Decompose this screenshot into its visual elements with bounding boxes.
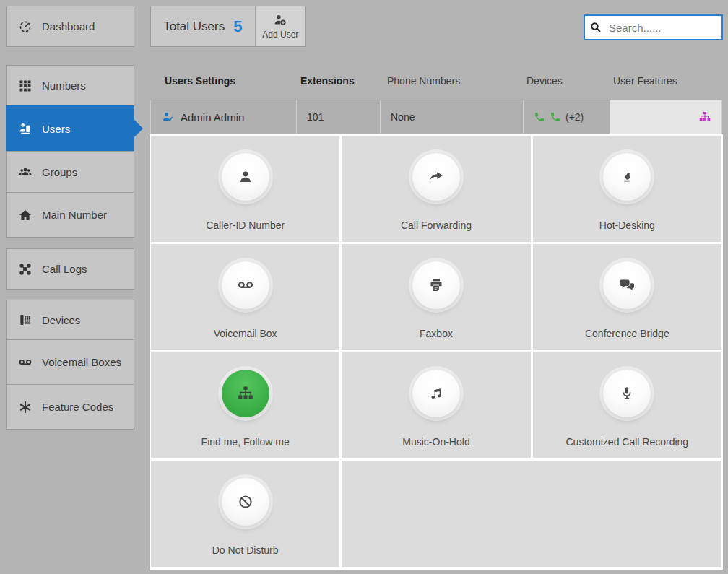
fax-icon (428, 277, 445, 294)
ban-icon (237, 493, 254, 510)
sidebar-item-numbers[interactable]: Numbers (6, 65, 134, 106)
sidebar-item-label: Call Logs (42, 263, 87, 275)
sidebar-item-label: Groups (42, 166, 77, 178)
devices-cell[interactable]: (+2) (523, 100, 610, 134)
forward-icon (428, 168, 445, 186)
feature-tile-conference-bridge[interactable]: Conference Bridge (533, 244, 722, 350)
sidebar-item-label: Main Number (42, 209, 107, 221)
feature-label: Voicemail Box (214, 328, 277, 339)
feature-label: Hot-Desking (599, 219, 655, 231)
voicemail-icon (18, 355, 32, 370)
sidebar-item-devices[interactable]: Devices (6, 300, 134, 340)
feature-tile-hot-desking[interactable]: Hot-Desking (533, 136, 722, 242)
search-box[interactable] (584, 14, 723, 40)
asterisk-icon (18, 400, 32, 414)
feature-label: Conference Bridge (585, 328, 670, 339)
music-icon (428, 385, 445, 402)
extension-cell[interactable]: 101 (296, 100, 380, 134)
user-icon (237, 168, 254, 186)
feature-tile-call-recording[interactable]: Customized Call Recording (533, 352, 722, 458)
sidebar-item-label: Voicemail Boxes (42, 356, 121, 368)
sidebar-item-dashboard[interactable]: Dashboard (6, 6, 134, 47)
sidebar-item-label: Numbers (42, 79, 86, 92)
search-input[interactable] (606, 16, 728, 39)
voicemail-icon (237, 277, 254, 294)
user-features-cell[interactable] (610, 100, 722, 134)
microphone-icon (618, 385, 636, 402)
feature-label: Do Not Disturb (212, 544, 279, 556)
phone-icon (534, 111, 545, 123)
total-users-label: Total Users (163, 19, 225, 34)
feature-tile-call-forwarding[interactable]: Call Forwarding (342, 136, 530, 242)
sidebar-item-main-number[interactable]: Main Number (6, 192, 134, 238)
user-plus-icon (273, 13, 287, 27)
smartpbx-app: Dashboard Numbers Users Groups Main Numb… (0, 0, 728, 574)
feature-tile-music-on-hold[interactable]: Music-On-Hold (342, 352, 530, 458)
users-icon (18, 121, 32, 136)
add-user-button[interactable]: Add User (255, 6, 306, 46)
feature-label: Faxbox (420, 328, 453, 339)
devices-count: (+2) (566, 111, 584, 123)
feature-tile-voicemail-box[interactable]: Voicemail Box (151, 244, 339, 350)
sidebar-item-label: Devices (42, 314, 80, 326)
feature-label: Music-On-Hold (402, 436, 469, 448)
feature-tile-faxbox[interactable]: Faxbox (342, 244, 530, 350)
group-icon (18, 165, 32, 179)
sidebar-item-groups[interactable]: Groups (6, 151, 134, 193)
sitemap-icon (237, 385, 254, 402)
column-users-settings[interactable]: Users Settings (165, 75, 235, 87)
column-user-features[interactable]: User Features (613, 75, 677, 87)
user-name: Admin Admin (181, 111, 244, 123)
search-icon (589, 21, 602, 34)
feature-label: Customized Call Recording (566, 436, 689, 448)
sitemap-icon (698, 110, 711, 123)
sidebar-item-users[interactable]: Users (6, 105, 134, 152)
column-extensions[interactable]: Extensions (300, 75, 355, 87)
feature-label: Call Forwarding (401, 219, 472, 231)
phone-icon (550, 111, 561, 123)
feature-label: Find me, Follow me (202, 436, 290, 448)
feature-tile-do-not-disturb[interactable]: Do Not Disturb (151, 461, 339, 567)
feature-tile-find-me-follow-me[interactable]: Find me, Follow me (151, 352, 339, 458)
feature-label: Caller-ID Number (206, 219, 285, 231)
user-features-panel: Caller-ID Number Call Forwarding Hot-Des… (150, 134, 723, 570)
home-icon (18, 208, 32, 222)
user-check-icon (161, 110, 175, 124)
share-nodes-icon (18, 262, 32, 277)
sidebar-item-label: Feature Codes (42, 401, 113, 413)
grid-icon (18, 79, 32, 93)
sidebar-item-label: Users (42, 123, 70, 135)
table-row: Admin Admin 101 None (+2) (150, 100, 722, 134)
gauge-icon (18, 19, 32, 34)
total-users-count: 5 (233, 17, 242, 36)
phone-numbers-cell[interactable]: None (380, 100, 523, 134)
phone-numbers-value: None (391, 111, 415, 123)
column-devices[interactable]: Devices (526, 75, 563, 87)
sidebar-item-voicemail-boxes[interactable]: Voicemail Boxes (6, 339, 134, 385)
add-user-label: Add User (262, 30, 298, 40)
total-users-card: Total Users 5 Add User (150, 6, 306, 47)
extension-value: 101 (307, 111, 324, 123)
column-phone-numbers[interactable]: Phone Numbers (387, 75, 460, 87)
sidebar-item-label: Dashboard (42, 20, 95, 32)
total-users-box: Total Users 5 (151, 6, 255, 46)
hotdesk-icon (618, 168, 636, 186)
desk-phone-icon (18, 313, 32, 327)
user-name-cell[interactable]: Admin Admin (150, 100, 296, 134)
feature-tile-caller-id[interactable]: Caller-ID Number (151, 136, 339, 242)
empty-panel-area (342, 461, 722, 567)
sidebar-item-call-logs[interactable]: Call Logs (6, 248, 134, 290)
sidebar-item-feature-codes[interactable]: Feature Codes (6, 384, 134, 430)
comments-icon (618, 277, 636, 294)
